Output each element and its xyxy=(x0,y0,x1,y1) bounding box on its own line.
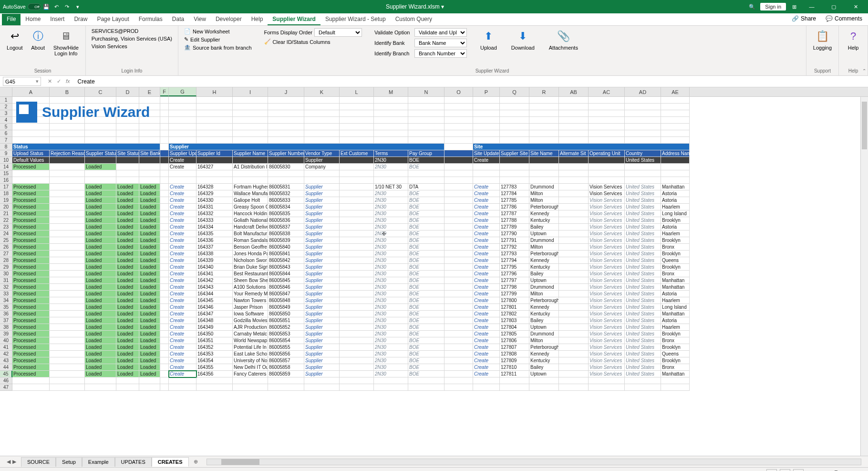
data-cell[interactable] xyxy=(340,197,374,204)
data-cell[interactable]: Supplier xyxy=(304,311,340,317)
minimize-button[interactable]: — xyxy=(802,0,821,13)
cell[interactable] xyxy=(625,104,661,110)
cell[interactable] xyxy=(500,137,529,144)
data-cell[interactable] xyxy=(444,264,473,271)
data-cell[interactable]: Vision Services xyxy=(589,304,625,311)
data-cell[interactable]: Loaded xyxy=(139,190,160,197)
share-button[interactable]: 🔗 Share xyxy=(789,14,819,23)
cell[interactable] xyxy=(169,104,196,110)
cell[interactable] xyxy=(233,97,268,104)
data-cell[interactable] xyxy=(160,230,169,237)
cell[interactable] xyxy=(500,377,529,384)
data-cell[interactable] xyxy=(559,371,589,377)
ribbon-display-icon[interactable]: ⊞ xyxy=(789,1,799,12)
ribbon-tab-insert[interactable]: Insert xyxy=(45,14,69,25)
data-cell[interactable]: Milton xyxy=(529,291,559,297)
data-cell[interactable]: 86005851 xyxy=(268,317,304,324)
data-cell[interactable]: Drummond xyxy=(529,184,559,190)
data-cell[interactable]: Processed xyxy=(12,164,50,170)
data-cell[interactable] xyxy=(559,344,589,351)
data-cell[interactable]: BOE xyxy=(408,271,444,277)
field-header[interactable]: Upload Status xyxy=(12,150,50,157)
cell[interactable] xyxy=(661,110,690,117)
cell[interactable] xyxy=(169,130,196,137)
data-cell[interactable]: 164339 xyxy=(196,257,233,264)
data-cell[interactable]: Create xyxy=(473,344,500,351)
data-cell[interactable]: Kennedy xyxy=(529,257,559,264)
attachments-button[interactable]: 📎Attachments xyxy=(546,28,581,52)
data-cell[interactable]: 1/10 NET 30 xyxy=(374,184,408,190)
data-cell[interactable] xyxy=(50,371,85,377)
close-button[interactable]: ✕ xyxy=(846,0,865,13)
cell[interactable] xyxy=(473,104,500,110)
data-cell[interactable]: 164356 xyxy=(196,371,233,377)
data-cell[interactable]: Processed xyxy=(12,224,50,230)
data-cell[interactable]: BOE xyxy=(408,190,444,197)
data-cell[interactable]: 2N30 xyxy=(374,251,408,257)
cell[interactable] xyxy=(529,377,559,384)
cell[interactable] xyxy=(559,170,589,177)
data-cell[interactable] xyxy=(444,357,473,364)
cell[interactable] xyxy=(625,137,661,144)
cell[interactable] xyxy=(304,130,340,137)
data-cell[interactable]: Godzilla Movies xyxy=(233,317,268,324)
ribbon-tab-supplier-wizard[interactable]: Supplier Wizard xyxy=(268,14,320,25)
cell[interactable] xyxy=(589,130,625,137)
data-cell[interactable] xyxy=(50,224,85,230)
row-header[interactable]: 37 xyxy=(0,317,12,324)
cell[interactable] xyxy=(160,104,169,110)
data-cell[interactable] xyxy=(444,271,473,277)
data-cell[interactable]: 2N30 xyxy=(374,204,408,210)
cell[interactable] xyxy=(340,137,374,144)
field-header[interactable]: Terms xyxy=(374,150,408,157)
data-cell[interactable] xyxy=(160,331,169,337)
data-cell[interactable] xyxy=(50,351,85,357)
data-cell[interactable]: Create xyxy=(473,251,500,257)
cell[interactable] xyxy=(408,170,444,177)
data-cell[interactable]: Vision Services xyxy=(589,344,625,351)
data-cell[interactable] xyxy=(160,164,169,170)
data-cell[interactable]: 86005832 xyxy=(268,190,304,197)
data-cell[interactable]: 2N30 xyxy=(374,277,408,284)
default-value-cell[interactable]: United States xyxy=(625,157,661,164)
cell[interactable] xyxy=(473,117,500,124)
data-cell[interactable]: Iowa Software xyxy=(233,311,268,317)
data-cell[interactable]: 2N30 xyxy=(374,317,408,324)
cell[interactable] xyxy=(625,110,661,117)
data-cell[interactable] xyxy=(160,251,169,257)
data-cell[interactable]: Create xyxy=(169,230,196,237)
cell[interactable] xyxy=(529,117,559,124)
data-cell[interactable] xyxy=(340,271,374,277)
data-cell[interactable] xyxy=(160,311,169,317)
cell[interactable] xyxy=(661,177,690,184)
data-cell[interactable] xyxy=(559,244,589,251)
data-cell[interactable]: United States xyxy=(625,204,661,210)
data-cell[interactable]: BOE xyxy=(408,224,444,230)
data-cell[interactable]: Loaded xyxy=(139,371,160,377)
data-cell[interactable] xyxy=(50,311,85,317)
cell[interactable] xyxy=(408,110,444,117)
row-header[interactable]: 33 xyxy=(0,291,12,297)
data-cell[interactable] xyxy=(559,297,589,304)
data-cell[interactable] xyxy=(559,230,589,237)
data-cell[interactable]: Create xyxy=(473,230,500,237)
data-cell[interactable]: Loaded xyxy=(85,304,116,311)
data-cell[interactable]: 127793 xyxy=(500,251,529,257)
default-value-cell[interactable]: Default Values xyxy=(12,157,50,164)
clear-cols-button[interactable]: 🧹Clear ID/Status Columns xyxy=(262,38,364,45)
default-value-cell[interactable] xyxy=(139,157,160,164)
cell[interactable] xyxy=(340,384,374,391)
data-cell[interactable] xyxy=(559,337,589,344)
cell[interactable] xyxy=(500,110,529,117)
cell[interactable] xyxy=(233,130,268,137)
data-cell[interactable] xyxy=(50,357,85,364)
cell[interactable] xyxy=(625,117,661,124)
data-cell[interactable]: Vision Services xyxy=(589,210,625,217)
data-cell[interactable]: 127795 xyxy=(500,264,529,271)
data-cell[interactable] xyxy=(340,351,374,357)
data-cell[interactable] xyxy=(340,324,374,331)
data-cell[interactable] xyxy=(444,277,473,284)
data-cell[interactable]: Loaded xyxy=(139,197,160,204)
data-cell[interactable]: Create xyxy=(169,217,196,224)
data-cell[interactable]: Create xyxy=(473,357,500,364)
